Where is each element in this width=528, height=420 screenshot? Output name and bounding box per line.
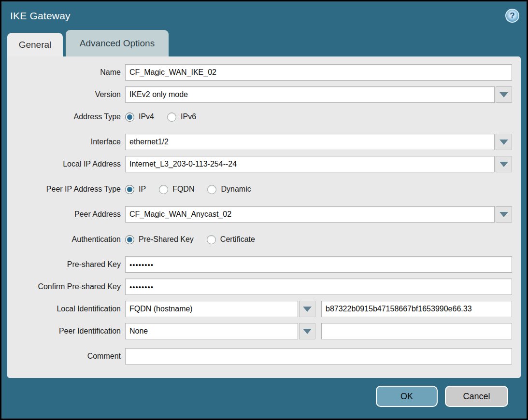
radio-certificate-label: Certificate: [220, 235, 255, 244]
local-ip-select[interactable]: [125, 156, 512, 172]
preshared-key-label: Pre-shared Key: [7, 260, 125, 269]
triangle-glyph: [303, 329, 312, 334]
peer-ip-type-label: Peer IP Address Type: [7, 185, 125, 194]
form-row-local-ip: Local IP Address: [7, 156, 512, 172]
name-input[interactable]: [125, 64, 512, 81]
radio-fqdn[interactable]: [159, 185, 168, 194]
form-row-preshared-key: Pre-shared Key: [7, 256, 512, 273]
radio-ipv4[interactable]: [125, 112, 134, 122]
form-row-local-identification: Local Identification: [7, 301, 512, 317]
form-row-version: Version: [7, 86, 512, 103]
local-identification-id-input[interactable]: [321, 301, 512, 317]
triangle-glyph: [499, 212, 508, 217]
local-ip-label: Local IP Address: [7, 160, 125, 168]
triangle-glyph: [499, 140, 508, 145]
ok-button[interactable]: OK: [376, 386, 438, 407]
dialog-window: IKE Gateway ? General Advanced Options N…: [1, 1, 527, 419]
confirm-preshared-key-label: Confirm Pre-shared Key: [7, 282, 125, 291]
radio-ipv6[interactable]: [167, 112, 176, 122]
preshared-key-input[interactable]: [125, 256, 512, 273]
peer-identification-id-input[interactable]: [321, 323, 512, 339]
form-row-address-type: Address Type IPv4 IPv6: [7, 109, 512, 125]
radio-dynamic-label: Dynamic: [221, 185, 251, 194]
authentication-label: Authentication: [7, 235, 125, 244]
version-select[interactable]: [125, 86, 512, 103]
peer-address-select[interactable]: [125, 206, 512, 223]
interface-select[interactable]: [125, 134, 512, 150]
radio-ip-label: IP: [139, 185, 146, 194]
tab-general[interactable]: General: [7, 33, 63, 56]
title-bar: IKE Gateway ?: [1, 1, 527, 30]
radio-ip[interactable]: [125, 185, 134, 194]
local-identification-type-select[interactable]: [125, 301, 315, 317]
peer-identification-type-select[interactable]: [125, 323, 315, 339]
cancel-button[interactable]: Cancel: [445, 386, 508, 407]
form-row-name: Name: [7, 64, 512, 81]
interface-label: Interface: [7, 138, 125, 146]
form-row-peer-identification: Peer Identification: [7, 323, 512, 339]
local-identification-label: Local Identification: [7, 305, 125, 313]
peer-address-label: Peer Address: [7, 210, 125, 219]
form-row-peer-ip-type: Peer IP Address Type IP FQDN Dynamic: [7, 181, 512, 197]
local-identification-type-value[interactable]: [125, 301, 298, 317]
triangle-glyph: [499, 92, 508, 98]
chevron-down-icon[interactable]: [496, 156, 512, 172]
ike-gateway-dialog: IKE Gateway ? General Advanced Options N…: [0, 0, 528, 420]
radio-ipv6-label: IPv6: [181, 112, 196, 121]
peer-identification-label: Peer Identification: [7, 327, 125, 336]
triangle-glyph: [499, 162, 508, 167]
peer-identification-type-value[interactable]: [125, 323, 298, 339]
peer-address-value[interactable]: [125, 206, 495, 223]
help-icon[interactable]: ?: [505, 9, 519, 23]
form-row-comment: Comment: [7, 348, 512, 364]
dialog-title: IKE Gateway: [10, 10, 71, 22]
confirm-preshared-key-input[interactable]: [125, 279, 512, 295]
comment-label: Comment: [7, 352, 125, 361]
form-row-interface: Interface: [7, 134, 512, 150]
radio-pre-shared-key[interactable]: [125, 235, 134, 244]
triangle-glyph: [303, 307, 312, 312]
radio-certificate[interactable]: [207, 235, 216, 244]
chevron-down-icon[interactable]: [299, 323, 315, 339]
form-row-authentication: Authentication Pre-Shared Key Certificat…: [7, 231, 512, 248]
interface-value[interactable]: [125, 134, 495, 150]
general-tab-panel: Name Version Address Type IPv4: [7, 56, 521, 378]
form-row-confirm-preshared-key: Confirm Pre-shared Key: [7, 279, 512, 295]
version-value[interactable]: [125, 86, 495, 103]
tab-advanced-options[interactable]: Advanced Options: [66, 30, 169, 56]
local-ip-value[interactable]: [125, 156, 495, 172]
form-row-peer-address: Peer Address: [7, 206, 512, 223]
comment-input[interactable]: [125, 348, 512, 364]
radio-ipv4-label: IPv4: [139, 112, 154, 121]
address-type-label: Address Type: [7, 112, 125, 121]
radio-fqdn-label: FQDN: [172, 185, 194, 194]
version-label: Version: [7, 90, 125, 99]
chevron-down-icon[interactable]: [496, 134, 512, 150]
radio-pre-shared-key-label: Pre-Shared Key: [139, 235, 194, 244]
radio-dynamic[interactable]: [207, 185, 216, 194]
chevron-down-icon[interactable]: [496, 86, 512, 103]
name-label: Name: [7, 68, 125, 77]
tab-bar: General Advanced Options: [1, 30, 527, 56]
footer-bar: OK Cancel: [1, 378, 527, 419]
chevron-down-icon[interactable]: [299, 301, 315, 317]
chevron-down-icon[interactable]: [496, 206, 512, 223]
